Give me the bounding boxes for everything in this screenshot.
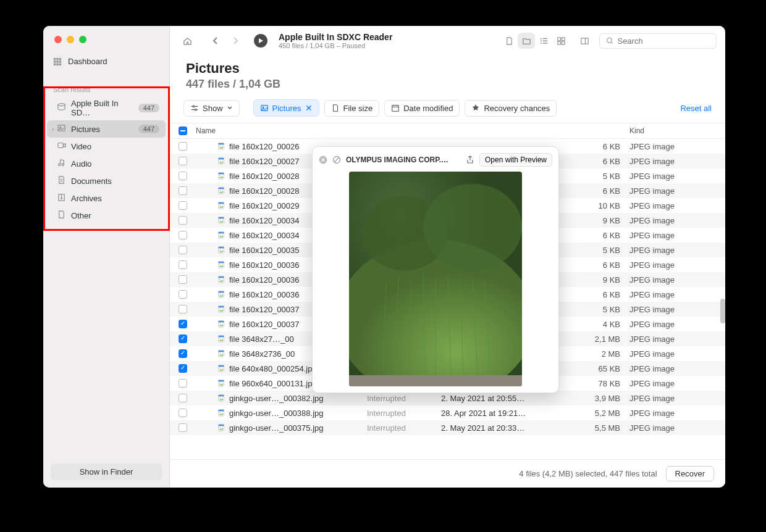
svg-rect-26	[557, 37, 560, 40]
row-checkbox[interactable]	[179, 320, 187, 328]
show-filter-button[interactable]: Show	[183, 100, 240, 117]
pictures-filter-chip[interactable]: Pictures ✕	[253, 99, 319, 117]
home-button[interactable]	[179, 33, 196, 49]
row-checkbox[interactable]	[179, 335, 187, 343]
sidebar-item-archives[interactable]: Archives	[47, 189, 166, 207]
row-checkbox[interactable]	[179, 216, 187, 225]
sliders-icon	[190, 104, 199, 112]
panel-icon	[580, 36, 589, 46]
forward-button[interactable]	[227, 33, 244, 49]
svg-rect-2	[59, 57, 62, 60]
file-size: 2,1 MB	[577, 335, 626, 344]
svg-rect-90	[219, 365, 224, 367]
svg-point-35	[193, 106, 195, 107]
row-checkbox[interactable]	[179, 275, 187, 284]
svg-point-100	[219, 412, 221, 414]
scrollbar[interactable]	[720, 299, 725, 323]
minimize-window-button[interactable]	[67, 36, 74, 43]
toolbar: Apple Built In SDXC Reader 450 files / 1…	[170, 26, 725, 56]
svg-point-20	[540, 38, 541, 39]
panel-toggle-button[interactable]	[576, 33, 593, 49]
recover-button[interactable]: Recover	[666, 466, 714, 481]
row-checkbox[interactable]	[179, 231, 187, 239]
row-checkbox[interactable]	[179, 142, 187, 151]
file-name: ginkgo-user…_000375.jpg	[229, 423, 324, 433]
sidebar-item-pictures[interactable]: ›Pictures447	[47, 120, 166, 138]
status-bar: 4 files (4,2 MB) selected, 447 files tot…	[170, 459, 725, 488]
reset-filters-link[interactable]: Reset all	[680, 104, 712, 113]
file-name: file 160x120_00026	[229, 142, 300, 151]
file-name: file 160x120_00036	[229, 260, 300, 270]
sidebar-item-other[interactable]: Other	[47, 207, 166, 224]
row-checkbox[interactable]	[179, 394, 187, 402]
dashboard-link[interactable]: Dashboard	[53, 53, 163, 70]
column-name[interactable]: Name	[196, 127, 367, 135]
search-field[interactable]	[599, 33, 717, 49]
close-window-button[interactable]	[54, 36, 62, 43]
sidebar-item-label: Video	[71, 142, 91, 151]
recovery-filter-button[interactable]: Recovery chances	[465, 100, 557, 117]
resume-scan-button[interactable]	[254, 34, 267, 48]
block-icon[interactable]	[332, 156, 341, 164]
row-checkbox[interactable]	[179, 349, 187, 358]
date-filter-button[interactable]: Date modified	[384, 100, 460, 117]
sidebar-item-video[interactable]: Video	[47, 138, 166, 155]
file-name: file 160x120_00037	[229, 305, 300, 314]
file-kind: JPEG image	[626, 409, 725, 418]
row-checkbox[interactable]	[179, 186, 187, 195]
count-badge: 447	[138, 125, 159, 133]
file-size: 9 KB	[577, 216, 626, 225]
row-checkbox[interactable]	[179, 172, 187, 180]
table-row[interactable]: ginkgo-user…_000375.jpgInterrupted2. May…	[170, 420, 725, 435]
svg-rect-29	[562, 41, 565, 44]
table-row[interactable]: ginkgo-user…_000388.jpgInterrupted28. Ap…	[170, 405, 725, 420]
svg-point-61	[219, 220, 221, 221]
row-checkbox[interactable]	[179, 305, 187, 314]
doc-icon	[505, 36, 514, 46]
select-all-checkbox[interactable]	[179, 127, 187, 135]
row-checkbox[interactable]	[179, 409, 187, 417]
file-size: 5 KB	[577, 246, 626, 255]
selection-status: 4 files (4,2 MB) selected, 447 files tot…	[519, 469, 657, 478]
file-kind: JPEG image	[626, 201, 725, 210]
svg-point-70	[219, 264, 221, 265]
back-button[interactable]	[207, 33, 224, 49]
search-icon	[606, 36, 613, 45]
row-checkbox[interactable]	[179, 423, 187, 432]
row-checkbox[interactable]	[179, 364, 187, 373]
row-checkbox[interactable]	[179, 260, 187, 269]
file-size: 6 KB	[577, 142, 626, 151]
file-name: file 160x120_00034	[229, 216, 300, 225]
search-input[interactable]	[617, 36, 710, 46]
row-checkbox[interactable]	[179, 290, 187, 299]
file-size: 65 KB	[577, 364, 626, 373]
view-doc-button[interactable]	[500, 33, 518, 49]
view-folder-button[interactable]	[518, 33, 535, 49]
row-checkbox[interactable]	[179, 157, 187, 165]
row-checkbox[interactable]	[179, 246, 187, 254]
file-kind: JPEG image	[626, 172, 725, 181]
close-preview-icon[interactable]	[319, 156, 327, 164]
file-size: 5 KB	[577, 305, 626, 314]
share-icon[interactable]	[466, 156, 474, 164]
remove-filter-icon[interactable]: ✕	[305, 103, 313, 113]
view-list-button[interactable]	[535, 33, 552, 49]
view-grid-button[interactable]	[552, 33, 570, 49]
svg-point-85	[219, 338, 221, 339]
file-size-filter-button[interactable]: File size	[324, 100, 380, 117]
maximize-window-button[interactable]	[79, 36, 86, 43]
show-in-finder-button[interactable]: Show in Finder	[51, 463, 162, 480]
count-badge: 447	[138, 104, 159, 112]
row-checkbox[interactable]	[179, 379, 187, 388]
sidebar-item-documents[interactable]: Documents	[47, 172, 166, 189]
open-with-preview-button[interactable]: Open with Preview	[479, 153, 552, 167]
svg-rect-12	[58, 143, 63, 148]
window-controls	[43, 26, 169, 43]
column-kind[interactable]: Kind	[626, 127, 725, 135]
row-checkbox[interactable]	[179, 201, 187, 210]
sidebar-item-audio[interactable]: Audio	[47, 155, 166, 172]
play-icon	[258, 38, 264, 44]
file-size: 5,2 MB	[577, 409, 626, 418]
sidebar-item-applebuiltinsd[interactable]: Apple Built In SD…447	[47, 96, 166, 120]
file-size: 5,5 MB	[577, 423, 626, 433]
